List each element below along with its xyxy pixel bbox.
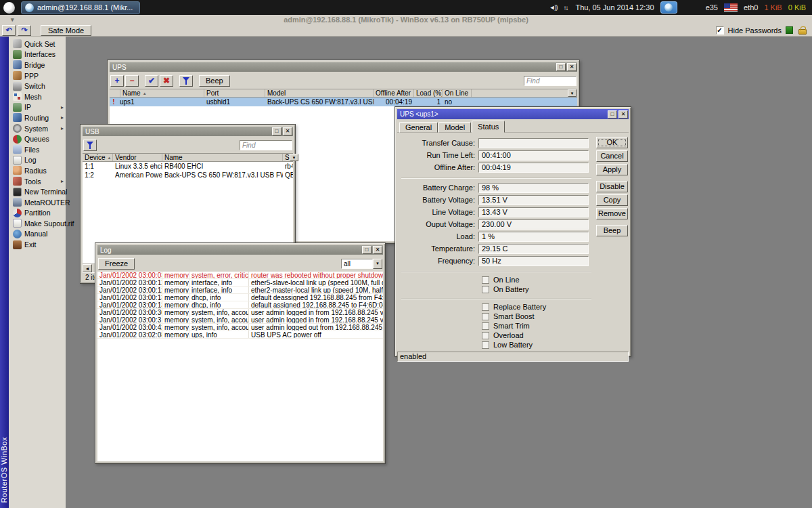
filter-button[interactable] [83, 140, 97, 151]
ups-window-titlebar[interactable]: UPS □ ✕ [110, 62, 577, 72]
taskbar-app-button[interactable]: admin@192.168.88.1 (Mikr... [21, 1, 140, 14]
beep-button[interactable]: Beep [596, 225, 628, 236]
sidebar-item-new-terminal[interactable]: New Terminal [9, 186, 66, 197]
column-header-vendor[interactable]: Vendor [113, 154, 162, 161]
redo-button[interactable]: ↷ [18, 25, 31, 36]
disable-button[interactable]: Disable [596, 181, 628, 192]
close-button[interactable]: ✕ [283, 127, 292, 135]
hide-passwords-checkbox[interactable]: ✓ [716, 26, 724, 35]
tray-keyboard-layout[interactable]: e35 [706, 3, 718, 12]
sidebar-item-radius[interactable]: Radius [9, 165, 66, 176]
sidebar-item-bridge[interactable]: Bridge [9, 60, 66, 70]
find-input[interactable] [524, 76, 577, 86]
column-menu-button[interactable]: ▼ [290, 154, 298, 161]
checkbox[interactable] [482, 303, 489, 311]
maximize-button[interactable]: □ [272, 127, 281, 135]
column-header-name[interactable]: Name▲ [120, 89, 204, 97]
dropdown-arrow-icon[interactable]: ▼ [373, 259, 382, 269]
tab-general[interactable]: General [399, 122, 438, 133]
dialog-titlebar[interactable]: UPS <ups1> □ ✕ [397, 109, 629, 119]
undo-button[interactable]: ↶ [2, 25, 16, 36]
usb-table-row[interactable]: 1:2 American Power ... Back-UPS CS 650 F… [83, 171, 293, 179]
field-value[interactable]: 98 % [478, 183, 589, 193]
find-input[interactable] [240, 140, 292, 150]
log-filter-value[interactable]: all [341, 259, 373, 269]
maximize-button[interactable]: □ [556, 63, 566, 71]
field-value[interactable]: 29.15 C [478, 244, 589, 254]
sidebar-item-log[interactable]: Log [9, 155, 66, 166]
log-row[interactable]: Jan/01/2002 03:00:30 memory system, info… [97, 309, 383, 316]
remove-button[interactable]: Remove [596, 208, 628, 219]
start-menu-icon[interactable] [3, 2, 15, 14]
ok-button[interactable]: OK [596, 137, 628, 148]
close-button[interactable]: ✕ [567, 63, 577, 71]
sidebar-item-quick-set[interactable]: Quick Set [9, 39, 66, 49]
log-filter-combo[interactable]: all ▼ [341, 259, 382, 269]
beep-button[interactable]: Beep [199, 75, 230, 87]
column-menu-button[interactable]: ▼ [568, 89, 577, 97]
safe-mode-button[interactable]: Safe Mode [41, 25, 91, 36]
field-value[interactable]: 00:04:19 [478, 163, 589, 173]
column-header-model[interactable]: Model [265, 89, 374, 97]
remove-button[interactable]: − [125, 75, 139, 87]
filter-button[interactable] [179, 75, 193, 87]
usb-window-titlebar[interactable]: USB □ ✕ [83, 127, 293, 136]
field-value[interactable]: 13.43 V [478, 207, 589, 217]
sidebar-item-ip[interactable]: IP ▸ [9, 102, 66, 113]
field-value[interactable]: 50 Hz [478, 256, 589, 266]
window-menu-icon[interactable]: ▾ [11, 15, 14, 24]
apply-button[interactable]: Apply [596, 164, 628, 175]
log-row[interactable]: Jan/01/2002 03:00:03 memory system, erro… [97, 272, 383, 279]
sidebar-item-system[interactable]: System ▸ [9, 123, 66, 134]
volume-icon[interactable]: ◄)) [549, 4, 558, 11]
log-row[interactable]: Jan/01/2002 03:00:12 memory interface, i… [97, 279, 383, 287]
network-activity-icon[interactable]: ↑↓ [563, 4, 569, 12]
log-row[interactable]: Jan/01/2002 03:00:13 memory dhcp, info d… [97, 294, 383, 301]
log-row[interactable]: Jan/01/2002 03:00:42 memory system, info… [97, 324, 383, 331]
sidebar-item-metarouter[interactable]: MetaROUTER [9, 197, 66, 208]
sidebar-item-partition[interactable]: Partition [9, 208, 66, 219]
column-header-offline-after[interactable]: Offline After [374, 89, 414, 97]
field-value[interactable]: 1 % [478, 232, 589, 242]
column-header-on-line[interactable]: On Line [443, 89, 472, 97]
log-window-titlebar[interactable]: Log □ ✕ [97, 245, 383, 255]
checkbox[interactable] [482, 332, 489, 339]
close-button[interactable]: ✕ [373, 246, 382, 254]
maximize-button[interactable]: □ [608, 110, 617, 119]
field-value[interactable]: 13.51 V [478, 195, 589, 205]
tab-model[interactable]: Model [438, 122, 471, 133]
sidebar-item-tools[interactable]: Tools ▸ [9, 176, 66, 187]
checkbox[interactable] [482, 276, 489, 284]
sidebar-item-queues[interactable]: Queues [9, 133, 66, 144]
us-flag-icon[interactable] [724, 3, 738, 12]
field-value[interactable]: 00:41:00 [478, 150, 589, 161]
tab-status[interactable]: Status [472, 121, 505, 133]
sidebar-item-switch[interactable]: Switch [9, 81, 66, 91]
checkbox[interactable] [482, 341, 489, 349]
sidebar-item-manual[interactable]: Manual [9, 229, 66, 240]
log-row[interactable]: Jan/01/2002 03:02:08 memory ups, info US… [97, 331, 383, 339]
column-header-device[interactable]: Device▲ [83, 154, 113, 161]
column-header-serial[interactable]: S [283, 154, 290, 161]
sidebar-item-files[interactable]: Files [9, 144, 66, 155]
sidebar-item-ppp[interactable]: PPP [9, 70, 66, 81]
column-header-port[interactable]: Port [204, 89, 265, 97]
close-button[interactable]: ✕ [618, 110, 628, 119]
tray-winbox-icon[interactable] [660, 1, 677, 14]
checkbox[interactable] [482, 322, 489, 330]
sidebar-item-interfaces[interactable]: Interfaces [9, 49, 66, 60]
disable-button[interactable]: ✖ [160, 75, 173, 87]
log-row[interactable]: Jan/01/2002 03:00:31 memory system, info… [97, 316, 383, 324]
sidebar-item-exit[interactable]: Exit [9, 239, 66, 250]
usb-table-row[interactable]: 1:1 Linux 3.3.5 ehci_... RB400 EHCI rb40 [83, 162, 293, 171]
field-value[interactable]: 230.00 V [478, 219, 589, 230]
log-row[interactable]: Jan/01/2002 03:00:12 memory interface, i… [97, 287, 383, 294]
freeze-button[interactable]: Freeze [98, 258, 135, 270]
scroll-left-icon[interactable]: ◄ [83, 264, 92, 272]
checkbox[interactable] [482, 313, 489, 320]
field-value[interactable] [478, 138, 589, 148]
checkbox[interactable] [482, 286, 489, 293]
ups-table-row[interactable]: ! ups1 usbhid1 Back-UPS CS 650 FW:817.v3… [110, 98, 577, 106]
sidebar-item-make-supout[interactable]: Make Supout.rif [9, 218, 66, 229]
cancel-button[interactable]: Cancel [596, 150, 628, 162]
